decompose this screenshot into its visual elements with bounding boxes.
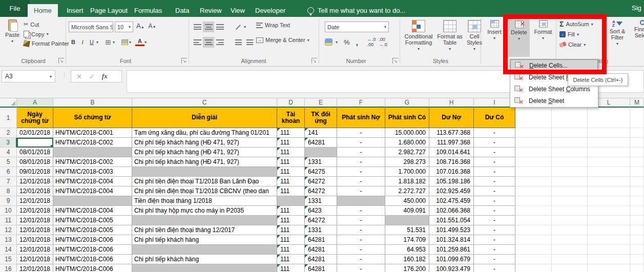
empty-cell[interactable] [552, 148, 588, 157]
insert-cells-button[interactable]: Insert ▾ [484, 20, 505, 40]
row-header-11[interactable]: 11 [0, 216, 17, 225]
format-as-table-button[interactable]: Format as Table ▾ [437, 20, 463, 51]
cell-A12[interactable]: 12/01/2018 [17, 225, 53, 235]
cell-A5[interactable]: 08/01/2018 [17, 157, 53, 167]
cell-B6[interactable]: HN/TM/C/2018-C003 [53, 167, 132, 177]
empty-cell[interactable] [588, 138, 630, 148]
top-align-button[interactable] [192, 22, 203, 32]
cell-H5[interactable]: 108.716.368 [429, 157, 474, 167]
font-size-combo[interactable]: 10▾ [115, 22, 133, 32]
cell-I3[interactable]: - [474, 138, 515, 148]
empty-cell[interactable] [588, 264, 630, 272]
empty-cell[interactable] [588, 216, 630, 225]
cell-I5[interactable]: - [474, 157, 515, 167]
insert-function-icon[interactable]: fx [102, 72, 108, 80]
cut-button[interactable]: ✂ Cut [24, 21, 39, 28]
borders-button[interactable]: ⊞ [103, 37, 113, 47]
cell-C11[interactable] [132, 216, 277, 225]
cell-B12[interactable]: HN/TM/C/2018-C005 [53, 225, 132, 235]
cell-H12[interactable]: 101.499.523 [429, 225, 474, 235]
cell-G6[interactable]: 1.700.000 [385, 167, 429, 177]
cell-F6[interactable]: - [337, 167, 385, 177]
empty-cell[interactable] [630, 245, 644, 255]
cell-C10[interactable]: Chi phí thay hộp mực cho máy in P2035 [132, 206, 277, 216]
empty-cell[interactable] [588, 108, 630, 128]
column-header-E[interactable]: E [305, 98, 337, 108]
empty-cell[interactable] [588, 225, 630, 235]
cell-D13[interactable]: 111 [277, 235, 305, 245]
empty-cell[interactable] [588, 157, 630, 167]
cell-F5[interactable]: - [337, 157, 385, 167]
empty-cell[interactable] [630, 138, 644, 148]
accounting-format-button[interactable] [325, 38, 333, 46]
cell-E6[interactable]: 64275 [305, 167, 337, 177]
align-right-button[interactable] [214, 37, 225, 48]
sign-in-label[interactable]: Sig [632, 4, 644, 12]
name-box[interactable]: A3 ▾ [2, 70, 55, 82]
cell-C9[interactable]: Tiền điện thoại tháng 1/2018 [132, 196, 277, 206]
empty-cell[interactable] [588, 255, 630, 264]
cell-B5[interactable]: HN/TM/C/2018-C002 [53, 157, 132, 167]
cell-G2[interactable]: 15.000.000 [385, 128, 429, 138]
grow-font-button[interactable]: A▲ [136, 22, 144, 30]
cell-C14[interactable] [132, 245, 277, 255]
cell-F2[interactable]: - [337, 128, 385, 138]
cell-B15[interactable]: HN/TM/C/2018-C006 [53, 255, 132, 264]
comma-style-button[interactable]: , [356, 38, 358, 47]
table-header-cell[interactable]: Diễn giải [132, 108, 277, 128]
cell-D8[interactable]: 111 [277, 186, 305, 196]
cell-H4[interactable]: 109.014.641 [429, 148, 474, 157]
cell-D12[interactable]: 111 [277, 225, 305, 235]
cell-G13[interactable]: 174.709 [385, 235, 429, 245]
empty-cell[interactable] [515, 186, 552, 196]
cell-C5[interactable]: Chi phí tiếp khách hàng (HĐ 471, 927) [132, 157, 277, 167]
empty-cell[interactable] [588, 167, 630, 177]
cell-E9[interactable]: 1331 [305, 196, 337, 206]
cell-A2[interactable]: 02/01/2018 [17, 128, 53, 138]
cell-A14[interactable]: 12/01/2018 [17, 245, 53, 255]
cell-I7[interactable]: - [474, 177, 515, 186]
cell-E16[interactable]: 64281 [305, 264, 337, 272]
accounting-dropdown-arrow[interactable]: ▾ [336, 40, 338, 45]
cell-E4[interactable] [305, 148, 337, 157]
empty-cell[interactable] [588, 196, 630, 206]
cell-D14[interactable]: 111 [277, 245, 305, 255]
empty-cell[interactable] [552, 128, 588, 138]
cell-F9[interactable] [337, 196, 385, 206]
empty-cell[interactable] [630, 108, 644, 128]
cell-E11[interactable]: 64272 [305, 216, 337, 225]
cell-C13[interactable]: Chi phí tiếp khách hàng [132, 235, 277, 245]
table-header-cell[interactable]: Dư Nợ [429, 108, 474, 128]
tab-page-layout[interactable]: Page Layout [84, 4, 134, 17]
cell-H7[interactable]: 105.198.186 [429, 177, 474, 186]
empty-cell[interactable] [630, 255, 644, 264]
cell-C3[interactable]: Chi phí tiếp khách hàng (HĐ 471, 927) [132, 138, 277, 148]
empty-cell[interactable] [588, 128, 630, 138]
italic-button[interactable]: I [78, 37, 87, 47]
fill-color-button[interactable] [120, 37, 129, 47]
cell-B4[interactable] [53, 148, 132, 157]
cell-B10[interactable]: HN/TM/C/2018-C004 [53, 206, 132, 216]
cell-E12[interactable]: 1331 [305, 225, 337, 235]
tell-me-box[interactable]: Tell me what you want to do... [307, 4, 405, 17]
empty-cell[interactable] [588, 148, 630, 157]
empty-cell[interactable] [552, 108, 588, 128]
font-color-button[interactable]: A [135, 38, 144, 46]
cell-F4[interactable]: - [337, 148, 385, 157]
cell-F11[interactable]: - [337, 216, 385, 225]
column-header-I[interactable]: I [474, 98, 515, 108]
conditional-formatting-button[interactable]: Conditional Formatting ▾ [403, 20, 434, 51]
cell-G12[interactable]: 51.531 [385, 225, 429, 235]
empty-cell[interactable] [588, 177, 630, 186]
empty-cell[interactable] [552, 167, 588, 177]
cell-I6[interactable]: - [474, 167, 515, 177]
empty-cell[interactable] [552, 235, 588, 245]
row-header-7[interactable]: 7 [0, 177, 17, 186]
table-header-cell[interactable]: Tài khoản [277, 108, 305, 128]
cell-I9[interactable]: - [474, 196, 515, 206]
clipboard-dialog-launcher[interactable]: ↘ [58, 58, 64, 64]
empty-cell[interactable] [515, 196, 552, 206]
column-header-F[interactable]: F [337, 98, 385, 108]
cell-C6[interactable] [132, 167, 277, 177]
empty-cell[interactable] [552, 157, 588, 167]
